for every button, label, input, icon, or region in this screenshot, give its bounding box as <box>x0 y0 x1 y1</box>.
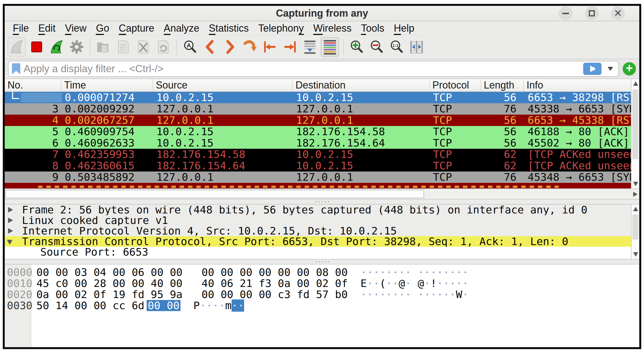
stop-capture-button[interactable] <box>27 37 46 57</box>
close-file-button[interactable] <box>134 37 152 57</box>
menu-item-statistics[interactable]: Statistics <box>204 22 254 34</box>
packet-cell-no[interactable]: 5 <box>5 126 61 137</box>
column-header-info[interactable]: Info <box>524 79 631 91</box>
packet-cell-destination[interactable]: 10.0.2.15 <box>293 92 430 103</box>
detail-row-0[interactable]: Frame 2: 56 bytes on wire (448 bits), 56… <box>5 205 639 215</box>
packet-cell-info[interactable]: 45502 → 80 [ACK] S <box>524 137 631 149</box>
packet-list-vscrollbar[interactable] <box>631 79 639 188</box>
hex-bytes[interactable]: 0a 00 02 0f 19 fd 95 9a 00 00 00 00 c3 f… <box>36 289 348 300</box>
partial-packet-row[interactable] <box>5 183 631 188</box>
packet-cell-source[interactable]: 10.0.2.15 <box>153 137 293 149</box>
packet-cell-source[interactable]: 182.176.154.58 <box>153 149 293 160</box>
menu-item-help[interactable]: Help <box>389 22 419 34</box>
ascii-bytes[interactable]: ········ ········ <box>360 267 468 278</box>
minimize-button[interactable] <box>559 6 573 20</box>
hex-row-0010[interactable]: 001045 c0 00 28 00 00 40 00 40 06 21 f3 … <box>5 278 639 289</box>
packet-row-7[interactable]: 70.462359953182.176.154.5810.0.2.15TCP62… <box>5 149 631 160</box>
packet-cell-no[interactable]: 8 <box>5 160 61 172</box>
column-header-length[interactable]: Length <box>481 79 524 91</box>
detail-row-2[interactable]: Internet Protocol Version 4, Src: 10.0.2… <box>5 226 639 236</box>
filter-dropdown-caret[interactable] <box>608 67 613 71</box>
scroll-right-icon[interactable] <box>633 192 638 197</box>
apply-filter-button[interactable] <box>583 63 602 75</box>
packet-list-hscrollbar[interactable] <box>5 188 639 199</box>
bookmark-icon[interactable] <box>12 63 20 74</box>
resize-columns-button[interactable] <box>407 37 426 57</box>
go-forward-button[interactable] <box>221 37 239 57</box>
packet-row-3[interactable]: 30.002009292127.0.0.1127.0.0.1TCP7645338… <box>5 103 631 115</box>
packet-cell-protocol[interactable]: TCP <box>430 92 481 103</box>
hscroll-thumb[interactable] <box>5 190 424 198</box>
zoom-in-button[interactable] <box>347 37 366 57</box>
packet-cell-protocol[interactable]: TCP <box>430 172 481 183</box>
packet-cell-length[interactable]: 56 <box>481 137 524 149</box>
colorize-button[interactable] <box>321 37 339 57</box>
packet-cell-no[interactable]: 6 <box>5 137 61 149</box>
open-file-button[interactable] <box>94 37 112 57</box>
save-file-button[interactable]: 010101100111 <box>114 37 132 57</box>
scroll-up-icon[interactable] <box>633 207 638 211</box>
menu-item-go[interactable]: Go <box>91 22 114 34</box>
packet-cell-destination[interactable]: 10.0.2.15 <box>293 160 430 172</box>
packet-cell-length[interactable]: 56 <box>481 92 524 103</box>
start-capture-button[interactable] <box>7 37 26 57</box>
packet-cell-destination[interactable]: 127.0.0.1 <box>293 103 430 115</box>
restart-capture-button[interactable] <box>47 37 66 57</box>
packet-row-4[interactable]: 40.002067257127.0.0.1127.0.0.1TCP566653 … <box>5 115 631 126</box>
packet-cell-info[interactable]: [TCP ACKed unseen <box>524 149 631 160</box>
menu-item-analyze[interactable]: Analyze <box>159 22 204 34</box>
packet-cell-protocol[interactable]: TCP <box>430 149 481 160</box>
packet-cell-length[interactable]: 76 <box>481 103 524 115</box>
display-filter-input[interactable]: Apply a display filter ... <Ctrl-/> <box>8 61 619 77</box>
vscroll-thumb[interactable] <box>632 215 638 239</box>
scroll-up-icon[interactable] <box>633 81 638 86</box>
column-header-no[interactable]: No. <box>5 79 61 91</box>
column-header-protocol[interactable]: Protocol <box>430 79 481 91</box>
packet-row-2[interactable]: 20.00007127410.0.2.1510.0.2.15TCP566653 … <box>5 92 631 103</box>
packet-cell-info[interactable]: 45348 → 6653 [SYN] <box>524 172 631 183</box>
ascii-bytes[interactable]: ········ ······W· <box>360 289 468 300</box>
packet-cell-time[interactable]: 0.462360615 <box>61 160 153 172</box>
packet-cell-source[interactable]: 10.0.2.15 <box>153 126 293 137</box>
packet-cell-time[interactable]: 0.460909754 <box>61 126 153 137</box>
scroll-down-icon[interactable] <box>633 182 638 186</box>
go-to-packet-button[interactable] <box>241 37 259 57</box>
packet-row-5[interactable]: 50.46090975410.0.2.15182.176.154.58TCP56… <box>5 126 631 137</box>
menu-item-wireless[interactable]: Wireless <box>309 22 356 34</box>
packet-cell-time[interactable]: 0.000071274 <box>61 92 153 103</box>
expander-collapsed-icon[interactable] <box>8 207 13 213</box>
packet-cell-info[interactable]: 6653 → 38298 [RST, <box>524 92 631 103</box>
find-packet-button[interactable]: A <box>181 37 199 57</box>
pane-splitter[interactable] <box>5 199 639 205</box>
detail-row-3[interactable]: Transmission Control Protocol, Src Port:… <box>5 236 639 247</box>
packet-cell-no[interactable]: 4 <box>5 115 61 126</box>
auto-scroll-button[interactable] <box>301 37 319 57</box>
packet-cell-time[interactable]: 0.462359953 <box>61 149 153 160</box>
vscroll-thumb[interactable] <box>632 90 638 159</box>
packet-cell-length[interactable]: 62 <box>481 149 524 160</box>
packet-cell-protocol[interactable]: TCP <box>430 137 481 149</box>
expander-collapsed-icon[interactable] <box>8 218 13 223</box>
menu-item-capture[interactable]: Capture <box>114 22 159 34</box>
packet-cell-source[interactable]: 127.0.0.1 <box>153 115 293 126</box>
capture-options-button[interactable] <box>67 37 86 57</box>
hex-selected-bytes[interactable]: 00 00 <box>147 300 181 311</box>
ascii-bytes[interactable]: E··(··@· @·!····· <box>360 278 468 289</box>
packet-cell-source[interactable]: 127.0.0.1 <box>153 103 293 115</box>
menu-item-tools[interactable]: Tools <box>356 22 389 34</box>
detail-row-1[interactable]: Linux cooked capture v1 <box>5 215 639 226</box>
zoom-original-button[interactable]: 1:1 <box>387 37 406 57</box>
packet-cell-info[interactable]: 6653 → 45338 [RST, <box>524 115 631 126</box>
packet-cell-source[interactable]: 10.0.2.15 <box>153 92 293 103</box>
add-filter-button[interactable]: + <box>623 62 636 75</box>
packet-cell-protocol[interactable]: TCP <box>430 115 481 126</box>
menu-item-edit[interactable]: Edit <box>34 22 60 34</box>
packet-row-8[interactable]: 80.462360615182.176.154.6410.0.2.15TCP62… <box>5 160 631 172</box>
hex-bytes[interactable]: 00 00 03 04 00 06 00 00 00 00 00 00 00 0… <box>36 267 348 278</box>
details-vscrollbar[interactable] <box>631 205 639 259</box>
packet-cell-destination[interactable]: 127.0.0.1 <box>293 172 430 183</box>
go-first-button[interactable] <box>261 37 279 57</box>
hex-row-0020[interactable]: 00200a 00 02 0f 19 fd 95 9a 00 00 00 00 … <box>5 289 639 300</box>
packet-cell-protocol[interactable]: TCP <box>430 160 481 172</box>
scroll-down-icon[interactable] <box>633 252 638 257</box>
